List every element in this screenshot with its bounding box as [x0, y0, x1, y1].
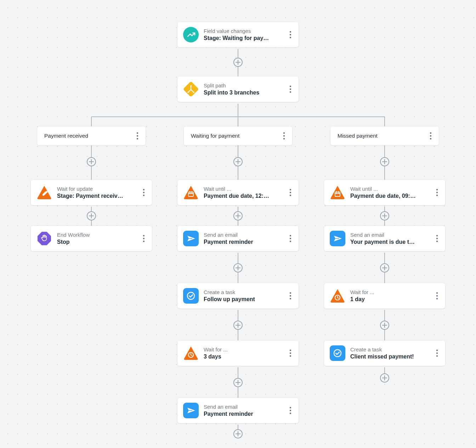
calendar-icon: [183, 185, 199, 200]
node-menu-button[interactable]: [285, 403, 296, 418]
trigger-node[interactable]: Field value changes Stage: Waiting for p…: [177, 22, 299, 47]
svg-point-98: [436, 195, 438, 196]
svg-point-105: [436, 241, 438, 242]
branch-menu-button[interactable]: [279, 129, 289, 143]
add-step-button[interactable]: [233, 58, 243, 67]
node-menu-button[interactable]: [285, 231, 296, 246]
node-menu-button[interactable]: [432, 289, 442, 303]
node-menu-button[interactable]: [432, 231, 442, 246]
svg-point-109: [436, 292, 438, 294]
workflow-node[interactable]: Wait for ...3 days: [177, 340, 299, 366]
svg-point-39: [430, 135, 431, 137]
svg-point-32: [137, 132, 138, 134]
send-icon: [183, 231, 199, 246]
branch-header[interactable]: Missed payment: [330, 126, 439, 145]
node-menu-button[interactable]: [138, 185, 149, 200]
node-menu-button[interactable]: [138, 231, 149, 246]
workflow-node[interactable]: Send an emailPayment reminder: [177, 398, 299, 423]
node-title: Field value changes: [204, 28, 285, 34]
svg-point-20: [290, 31, 291, 33]
svg-point-68: [290, 238, 291, 239]
add-step-button[interactable]: [380, 321, 389, 330]
svg-point-27: [187, 92, 189, 93]
svg-point-21: [290, 34, 291, 35]
svg-point-54: [143, 238, 144, 239]
add-step-button[interactable]: [233, 211, 243, 220]
svg-point-33: [137, 135, 138, 137]
svg-point-49: [143, 192, 144, 193]
clock-icon: [183, 345, 199, 361]
svg-point-104: [436, 238, 438, 239]
clock-icon: [330, 288, 345, 304]
node-menu-button[interactable]: [285, 28, 296, 42]
add-step-button[interactable]: [233, 378, 243, 387]
node-detail: Stage: Waiting for pay…: [204, 35, 285, 41]
workflow-node[interactable]: Send an emailYour payment is due t…: [324, 226, 445, 251]
add-step-button[interactable]: [380, 373, 389, 383]
branch-label: Payment received: [44, 133, 132, 139]
node-detail: 1 day: [350, 296, 432, 303]
workflow-node[interactable]: Wait until ...Payment due date, 12:…: [177, 180, 299, 205]
split-node[interactable]: Split path Split into 3 branches: [177, 76, 299, 102]
svg-point-38: [430, 132, 431, 134]
workflow-node[interactable]: Create a taskClient missed payment!: [324, 340, 445, 366]
svg-point-111: [436, 298, 438, 299]
add-step-button[interactable]: [233, 429, 243, 438]
node-title: Send an email: [350, 232, 432, 238]
add-step-button[interactable]: [233, 321, 243, 330]
svg-point-60: [290, 189, 291, 190]
svg-rect-114: [330, 345, 345, 361]
svg-point-36: [283, 135, 285, 137]
branch-menu-button[interactable]: [132, 129, 143, 143]
node-title: End Workflow: [57, 232, 138, 238]
branch-header[interactable]: Waiting for payment: [184, 126, 292, 145]
add-step-button[interactable]: [233, 263, 243, 272]
node-menu-button[interactable]: [285, 82, 296, 96]
svg-point-67: [290, 235, 291, 236]
svg-point-103: [436, 235, 438, 236]
branch-label: Waiting for payment: [191, 133, 279, 139]
svg-point-110: [436, 295, 438, 297]
add-step-button[interactable]: [87, 211, 96, 220]
branch-header[interactable]: Payment received: [37, 126, 146, 145]
workflow-node[interactable]: Send an emailPayment reminder: [177, 226, 299, 251]
svg-point-89: [290, 413, 291, 414]
stop-hand-icon: [36, 231, 52, 246]
svg-point-31: [290, 91, 291, 93]
workflow-node[interactable]: End WorkflowStop: [31, 226, 152, 251]
node-detail: Payment reminder: [204, 411, 285, 417]
node-menu-button[interactable]: [432, 185, 442, 200]
svg-point-117: [436, 352, 438, 354]
svg-point-74: [290, 292, 291, 294]
node-menu-button[interactable]: [285, 289, 296, 303]
node-menu-button[interactable]: [285, 346, 296, 360]
workflow-node[interactable]: Wait until ...Payment due date, 09:…: [324, 180, 445, 205]
add-step-button[interactable]: [380, 211, 389, 220]
branch-menu-button[interactable]: [425, 129, 436, 143]
node-detail: Payment due date, 12:…: [204, 193, 285, 199]
add-step-button[interactable]: [87, 157, 96, 166]
node-title: Wait until ...: [204, 186, 285, 192]
workflow-node[interactable]: Wait for updateStage: Payment receiv…: [31, 180, 152, 205]
add-step-button[interactable]: [380, 157, 389, 166]
workflow-node[interactable]: Create a taskFollow up payment: [177, 283, 299, 309]
node-title: Send an email: [204, 232, 285, 238]
svg-point-81: [290, 352, 291, 354]
svg-point-28: [193, 92, 194, 93]
add-step-button[interactable]: [380, 263, 389, 272]
svg-point-75: [290, 295, 291, 297]
node-menu-button[interactable]: [285, 185, 296, 200]
node-detail: Client missed payment!: [350, 354, 432, 360]
svg-point-30: [290, 88, 291, 90]
svg-point-29: [290, 86, 291, 87]
svg-point-76: [290, 298, 291, 299]
svg-point-34: [137, 138, 138, 139]
workflow-node[interactable]: Wait for ...1 day: [324, 283, 445, 309]
node-menu-button[interactable]: [432, 346, 442, 360]
add-step-button[interactable]: [233, 157, 243, 166]
svg-point-26: [190, 85, 192, 87]
svg-point-82: [290, 355, 291, 357]
svg-point-50: [143, 195, 144, 196]
svg-point-61: [290, 192, 291, 193]
node-title: Wait for update: [57, 186, 138, 192]
